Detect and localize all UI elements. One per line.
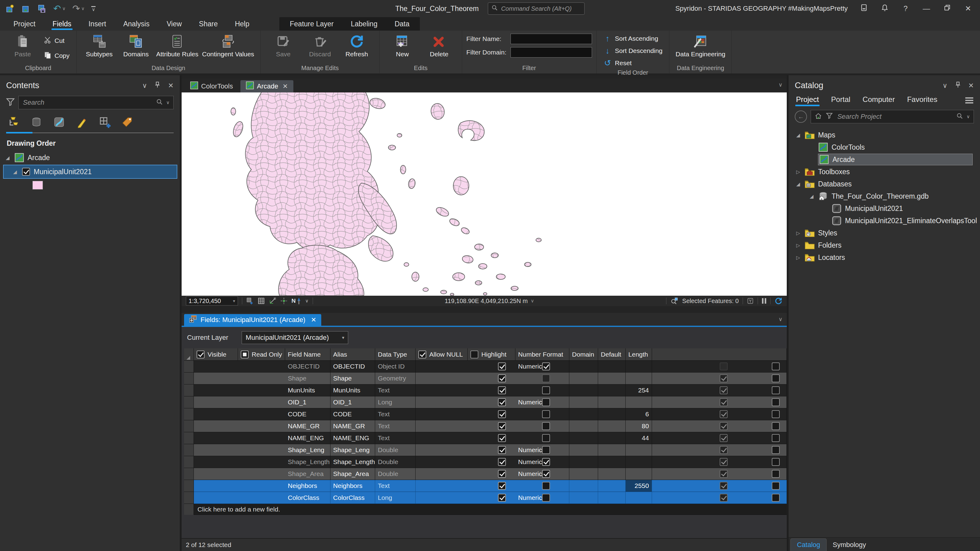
catalog-node-colortools[interactable]: ColorTools bbox=[791, 141, 977, 153]
allow-null-checkbox[interactable] bbox=[720, 410, 728, 418]
default-cell[interactable] bbox=[598, 384, 626, 396]
layer-tree-item-selected[interactable]: ◢ MunicipalUnit2021 bbox=[3, 165, 177, 179]
default-cell[interactable] bbox=[598, 373, 626, 384]
field-row-mununits[interactable]: MunUnitsMunUnitsText254 bbox=[184, 384, 787, 396]
row-selector[interactable] bbox=[184, 396, 194, 408]
alias-cell[interactable]: OID_1 bbox=[331, 396, 375, 408]
visible-checkbox[interactable] bbox=[498, 410, 506, 418]
read-only-checkbox[interactable] bbox=[542, 470, 550, 478]
snapping-toggle-icon[interactable] bbox=[280, 297, 288, 305]
length-cell[interactable]: 254 bbox=[626, 384, 652, 396]
domain-cell[interactable] bbox=[569, 360, 598, 373]
ribbon-tab-project[interactable]: Project bbox=[5, 17, 44, 30]
current-layer-dropdown[interactable]: MunicipalUnit2021 (Arcade) ▾ bbox=[242, 331, 348, 344]
visible-checkbox[interactable] bbox=[498, 482, 506, 490]
column-header-length[interactable]: Length bbox=[626, 348, 652, 360]
add-new-field-row[interactable]: Click here to add a new field. bbox=[184, 504, 787, 515]
column-header-alias[interactable]: Alias bbox=[331, 348, 375, 360]
expanded-triangle-icon[interactable]: ◢ bbox=[808, 194, 815, 199]
length-cell[interactable] bbox=[626, 456, 652, 468]
contents-collapse-icon[interactable]: ∨ bbox=[142, 82, 147, 90]
row-selector[interactable] bbox=[184, 468, 194, 480]
visible-checkbox[interactable] bbox=[498, 470, 506, 478]
bottom-tab-catalog[interactable]: Catalog bbox=[791, 538, 827, 551]
field-name-cell[interactable]: Shape_Length bbox=[285, 456, 331, 468]
ribbon-tab-view[interactable]: View bbox=[158, 17, 190, 30]
list-by-snapping-tab[interactable] bbox=[98, 116, 111, 130]
visible-checkbox[interactable] bbox=[498, 458, 506, 466]
column-header-read-only[interactable]: Read Only bbox=[238, 348, 285, 360]
bottom-tab-symbology[interactable]: Symbology bbox=[827, 539, 872, 551]
pause-drawing-icon[interactable] bbox=[762, 298, 766, 304]
search-options-chevron-icon[interactable]: ∨ bbox=[967, 114, 970, 119]
catalog-tab-portal[interactable]: Portal bbox=[830, 94, 851, 107]
read-only-checkbox[interactable] bbox=[542, 410, 550, 418]
contents-search-input[interactable] bbox=[22, 98, 153, 107]
paste-button[interactable]: Paste bbox=[4, 32, 41, 59]
alias-cell[interactable]: Shape_Area bbox=[331, 468, 375, 480]
catalog-menu-icon[interactable] bbox=[965, 97, 973, 103]
redo-button[interactable]: ↷∨ bbox=[72, 4, 84, 13]
row-selector[interactable] bbox=[184, 408, 194, 420]
context-tab-feature-layer[interactable]: Feature Layer bbox=[281, 17, 342, 30]
alias-cell[interactable]: Shape bbox=[331, 373, 375, 384]
read-only-checkbox[interactable] bbox=[542, 362, 550, 370]
data-type-cell[interactable]: Long bbox=[375, 492, 415, 504]
expanded-triangle-icon[interactable]: ◢ bbox=[795, 181, 802, 187]
column-header-number-format[interactable]: Number Format bbox=[515, 348, 569, 360]
field-name-cell[interactable]: OID_1 bbox=[285, 396, 331, 408]
data-type-cell[interactable]: Geometry bbox=[375, 373, 415, 384]
collapsed-triangle-icon[interactable]: ▷ bbox=[795, 230, 802, 236]
catalog-node-databases[interactable]: ◢Databases bbox=[791, 178, 977, 190]
catalog-node-the-four-color-theorem-gdb[interactable]: ◢The_Four_Color_Theorem.gdb bbox=[791, 190, 977, 202]
catalog-node-locators[interactable]: ▷Locators bbox=[791, 251, 977, 264]
field-name-cell[interactable]: Shape_Area bbox=[285, 468, 331, 480]
close-tab-icon[interactable]: ✕ bbox=[282, 83, 288, 90]
open-project-icon[interactable] bbox=[21, 4, 30, 13]
catalog-node-municipalunit2021-eliminateoverlapstool[interactable]: MunicipalUnit2021_EliminateOverlapsTool bbox=[791, 214, 977, 227]
alias-cell[interactable]: CODE bbox=[331, 408, 375, 420]
visible-checkbox[interactable] bbox=[498, 434, 506, 442]
collapsed-triangle-icon[interactable]: ▷ bbox=[795, 243, 802, 248]
field-name-cell[interactable]: Shape bbox=[285, 373, 331, 384]
catalog-node-folders[interactable]: ▷Folders bbox=[791, 239, 977, 251]
domain-cell[interactable] bbox=[569, 492, 598, 504]
visible-checkbox[interactable] bbox=[498, 375, 506, 382]
row-selector[interactable] bbox=[184, 384, 194, 396]
highlight-checkbox[interactable] bbox=[772, 446, 780, 454]
domain-cell[interactable] bbox=[569, 432, 598, 444]
expanded-triangle-icon[interactable]: ◢ bbox=[12, 169, 18, 175]
catalog-search-box[interactable]: ∨ bbox=[811, 110, 974, 123]
highlight-checkbox[interactable] bbox=[772, 458, 780, 466]
map-view[interactable] bbox=[181, 92, 787, 296]
map-tab-colortools[interactable]: ColorTools bbox=[185, 80, 239, 92]
catalog-node-styles[interactable]: ▷Styles bbox=[791, 227, 977, 239]
visible-checkbox[interactable] bbox=[498, 398, 506, 406]
refresh-map-icon[interactable] bbox=[775, 297, 783, 305]
notifications-bell-icon[interactable] bbox=[880, 4, 889, 13]
domain-cell[interactable] bbox=[569, 384, 598, 396]
read-only-checkbox[interactable] bbox=[542, 494, 550, 502]
allow-null-checkbox[interactable] bbox=[720, 362, 728, 370]
home-icon[interactable] bbox=[815, 113, 822, 121]
highlight-checkbox[interactable] bbox=[772, 434, 780, 442]
field-name-cell[interactable]: MunUnits bbox=[285, 384, 331, 396]
read-only-checkbox[interactable] bbox=[542, 422, 550, 430]
field-row-objectid[interactable]: OBJECTIDOBJECTIDObject IDNumeric bbox=[184, 360, 787, 373]
column-header-field-name[interactable]: Field Name bbox=[285, 348, 331, 360]
catalog-tab-computer[interactable]: Computer bbox=[862, 94, 896, 107]
selection-constraint-icon[interactable] bbox=[747, 297, 754, 304]
field-name-cell[interactable]: Shape_Leng bbox=[285, 444, 331, 456]
sort-ascending-button[interactable]: ↑Sort Ascending bbox=[601, 33, 665, 44]
save-edits-button[interactable]: Save bbox=[265, 32, 302, 59]
length-cell[interactable] bbox=[626, 444, 652, 456]
row-selector[interactable] bbox=[184, 456, 194, 468]
allow-null-checkbox[interactable] bbox=[720, 375, 728, 382]
column-header-data-type[interactable]: Data Type bbox=[375, 348, 415, 360]
command-search[interactable] bbox=[488, 2, 585, 15]
length-cell[interactable]: 44 bbox=[626, 432, 652, 444]
domain-cell[interactable] bbox=[569, 396, 598, 408]
domains-button[interactable]: Domains bbox=[118, 32, 154, 59]
catalog-close-icon[interactable]: ✕ bbox=[968, 82, 974, 90]
fields-tabs-chevron-icon[interactable]: ∨ bbox=[778, 316, 783, 322]
